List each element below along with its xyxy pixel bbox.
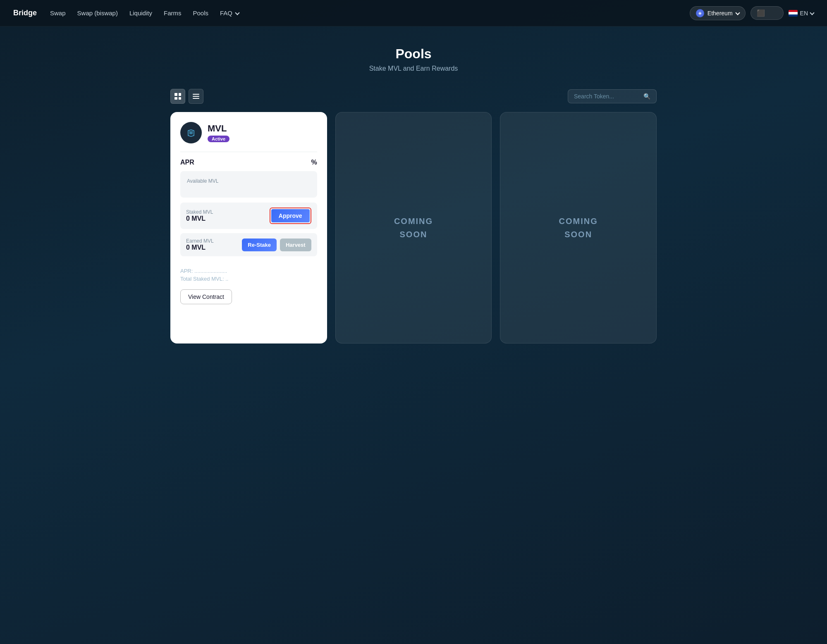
nav-link-biswap[interactable]: Swap (biswap) [77, 10, 118, 17]
divider [180, 152, 317, 152]
nav-link-swap[interactable]: Swap [50, 10, 66, 17]
page-title-section: Pools Stake MVL and Earn Rewards [170, 46, 657, 72]
restake-button[interactable]: Re-Stake [242, 239, 277, 251]
view-toggle [170, 89, 203, 104]
grid-view-button[interactable] [170, 89, 185, 104]
nav-right: ◈ Ethereum ⬛ EN [690, 6, 814, 20]
search-input[interactable] [574, 93, 640, 100]
card-header: M MVL Active [180, 122, 317, 143]
approve-button[interactable]: Approve [271, 209, 310, 222]
nav-link-liquidity[interactable]: Liquidity [129, 10, 152, 17]
apr-label: APR [180, 159, 194, 166]
grid-icon [174, 93, 181, 100]
harvest-button[interactable]: Harvest [280, 239, 311, 251]
page-content: Pools Stake MVL and Earn Rewards 🔍 [157, 26, 670, 357]
apr-value: % [311, 159, 317, 166]
approve-btn-wrapper: Approve [270, 208, 311, 224]
lang-selector[interactable]: EN [789, 10, 814, 17]
staked-amount: 0 MVL [186, 215, 206, 222]
page-subtitle: Stake MVL and Earn Rewards [170, 65, 657, 72]
nav-link-faq[interactable]: FAQ [220, 10, 239, 17]
status-badge: Active [208, 136, 229, 142]
token-name: MVL [208, 123, 229, 134]
earned-amount: 0 MVL [186, 244, 206, 251]
lang-chevron-icon [810, 10, 814, 17]
view-contract-button[interactable]: View Contract [180, 289, 232, 304]
page-title: Pools [170, 46, 657, 62]
footer-staked: Total Staked MVL: .. [180, 276, 317, 282]
footer-apr: APR: ...................... [180, 268, 317, 274]
nav-links: Swap Swap (biswap) Liquidity Farms Pools… [50, 10, 690, 17]
staked-info: Staked MVL 0 MVL [186, 209, 213, 222]
coming-soon-text-2: COMINGSOON [559, 215, 598, 241]
token-logo: M [180, 122, 202, 143]
navbar: Bridge Swap Swap (biswap) Liquidity Farm… [0, 0, 827, 26]
wallet-icon: ⬛ [757, 9, 765, 17]
svg-text:M: M [189, 131, 193, 135]
available-label: Available MVL [187, 178, 219, 184]
flag-icon [789, 10, 798, 17]
staked-label: Staked MVL [186, 209, 213, 215]
available-box: Available MVL [180, 171, 317, 198]
list-view-button[interactable] [189, 89, 203, 104]
search-box: 🔍 [568, 89, 657, 103]
token-info: MVL Active [208, 123, 229, 142]
coming-soon-card-2: COMINGSOON [500, 112, 657, 343]
apr-row: APR % [180, 159, 317, 166]
network-selector[interactable]: ◈ Ethereum [690, 6, 746, 20]
wallet-button[interactable]: ⬛ [751, 6, 784, 20]
coming-soon-card-1: COMINGSOON [335, 112, 492, 343]
nav-link-farms[interactable]: Farms [164, 10, 182, 17]
list-icon [193, 93, 199, 100]
network-label: Ethereum [707, 10, 733, 17]
staked-row: Staked MVL 0 MVL Approve [180, 203, 317, 229]
pool-card-mvl: M MVL Active APR % Available MVL [170, 112, 327, 343]
coming-soon-text-1: COMINGSOON [394, 215, 433, 241]
network-chevron-icon [736, 10, 739, 17]
toolbar: 🔍 [170, 89, 657, 104]
earned-info: Earned MVL 0 MVL [186, 238, 214, 251]
lang-label: EN [800, 10, 808, 17]
earned-label: Earned MVL [186, 238, 214, 244]
nav-logo[interactable]: Bridge [13, 9, 37, 17]
search-icon: 🔍 [643, 93, 650, 100]
faq-chevron-icon [236, 10, 239, 17]
action-btns: Re-Stake Harvest [242, 239, 311, 251]
card-footer: APR: ...................... Total Staked… [180, 263, 317, 304]
earned-row: Earned MVL 0 MVL Re-Stake Harvest [180, 233, 317, 256]
eth-icon: ◈ [696, 9, 704, 17]
nav-link-pools[interactable]: Pools [193, 10, 208, 17]
pools-grid: M MVL Active APR % Available MVL [170, 112, 657, 343]
